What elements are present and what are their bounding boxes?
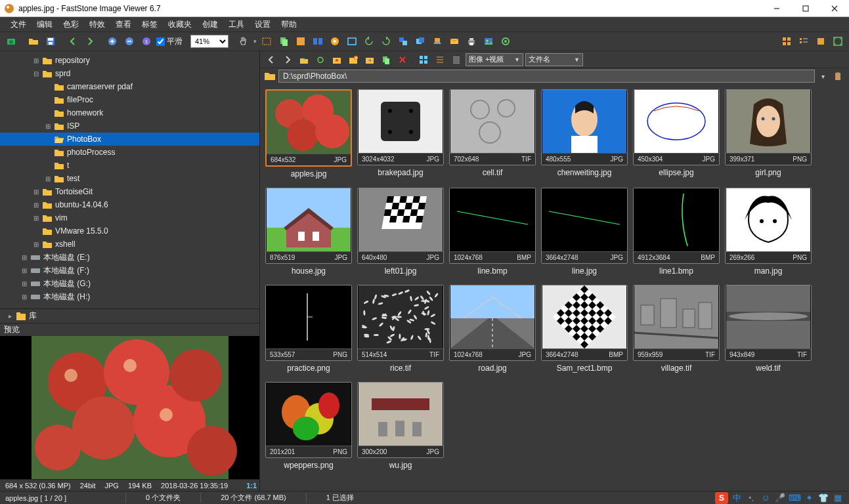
expand-icon[interactable]: ⊞ — [32, 201, 41, 209]
thumb-man-jpg[interactable]: 269x266PNGman.jpg — [725, 188, 812, 276]
zoom-actual-icon[interactable]: 1 — [139, 34, 154, 49]
tray-keyboard-icon[interactable]: ⌨ — [789, 492, 800, 504]
settings-icon[interactable] — [498, 34, 513, 49]
tree-item-xshell[interactable]: ⊞xshell — [0, 238, 259, 251]
sort-combo[interactable]: 文件名▼ — [525, 53, 583, 66]
menu-工具[interactable]: 工具 — [223, 18, 250, 32]
thumb-weld-tif[interactable]: 943x849TIFweld.tif — [725, 285, 812, 373]
clipboard-icon[interactable] — [831, 69, 845, 83]
view-mode2-icon[interactable] — [433, 52, 447, 67]
thumb-cell-tif[interactable]: 702x648TIFcell.tif — [449, 89, 536, 178]
slideshow-icon[interactable] — [328, 34, 342, 49]
select-rect-icon[interactable] — [259, 34, 274, 49]
filter-combo[interactable]: 图像 +视频▼ — [466, 53, 523, 66]
nav-back2-icon[interactable] — [264, 52, 278, 67]
thumb-brakepad-jpg[interactable]: 3024x4032JPGbrakepad.jpg — [357, 89, 444, 178]
resize-icon[interactable] — [396, 34, 410, 49]
view-fullscreen-icon[interactable] — [831, 34, 845, 49]
expand-icon[interactable]: ⊞ — [32, 215, 41, 222]
tree-item-t[interactable]: t — [0, 159, 259, 172]
nav-back-icon[interactable] — [66, 34, 80, 49]
thumb-house-jpg[interactable]: 876x519JPGhouse.jpg — [265, 188, 352, 276]
smooth-checkbox[interactable]: 平滑 — [156, 36, 183, 47]
thumb-girl-png[interactable]: 399x371PNGgirl.png — [725, 89, 812, 178]
preview-pane[interactable] — [0, 336, 259, 479]
thumb-apples-jpg[interactable]: 684x532JPGapples.jpg — [265, 89, 352, 178]
email-icon[interactable] — [447, 34, 462, 49]
tray-grid-icon[interactable]: ▦ — [832, 492, 844, 504]
copy-to-icon[interactable] — [379, 52, 393, 67]
thumb-practice-png[interactable]: 533x557PNGpractice.png — [265, 285, 352, 373]
expand-icon[interactable]: ⊞ — [20, 293, 29, 301]
thumb-village-tif[interactable]: 959x959TIFvillage.tif — [633, 285, 720, 373]
fav-folder-icon[interactable] — [330, 52, 344, 67]
menu-查看[interactable]: 查看 — [110, 18, 137, 32]
minimize-button[interactable] — [762, 0, 791, 17]
menu-编辑[interactable]: 编辑 — [32, 18, 58, 32]
tree-item-repository[interactable]: ⊞repository — [0, 54, 259, 67]
compare-icon[interactable] — [311, 34, 325, 49]
print-icon[interactable] — [464, 34, 479, 49]
thumb-wpeppers-png[interactable]: 201x201PNGwpeppers.png — [265, 382, 352, 470]
tree-item-PhotoBox[interactable]: PhotoBox — [0, 133, 259, 146]
view-single-icon[interactable] — [814, 34, 828, 49]
expand-icon[interactable]: ⊞ — [20, 267, 29, 274]
folder-tree[interactable]: ⊞repository⊟sprdcameraserver pdaffilePro… — [0, 51, 259, 308]
tree-item-VMware1550[interactable]: VMware 15.5.0 — [0, 224, 259, 238]
zoom-select[interactable]: 41% — [190, 35, 229, 48]
menu-色彩[interactable]: 色彩 — [58, 18, 84, 32]
tree-item-F[interactable]: ⊞本地磁盘 (F:) — [0, 264, 259, 277]
move-to-icon[interactable] — [362, 52, 377, 67]
tree-item-H[interactable]: ⊞本地磁盘 (H:) — [0, 290, 259, 303]
fullscreen-icon[interactable] — [345, 34, 359, 49]
tree-item-G[interactable]: ⊞本地磁盘 (G:) — [0, 277, 259, 290]
expand-icon[interactable]: ⊞ — [32, 241, 41, 248]
expand-icon[interactable]: ⊞ — [32, 188, 41, 196]
expand-icon[interactable]: ⊞ — [43, 123, 53, 130]
thumb-wu-jpg[interactable]: 300x200JPGwu.jpg — [357, 382, 444, 470]
open-folder-icon[interactable] — [26, 34, 41, 49]
ime-lang-icon[interactable]: 中 — [731, 492, 743, 504]
menu-设置[interactable]: 设置 — [250, 18, 276, 32]
thumb-left01-jpg[interactable]: 640x480JPGleft01.jpg — [357, 188, 444, 276]
tree-item-E[interactable]: ⊞本地磁盘 (E:) — [0, 251, 259, 264]
nav-fwd2-icon[interactable] — [280, 52, 295, 67]
tree-item-cameraserverpdaf[interactable]: cameraserver pdaf — [0, 80, 259, 93]
thumb-road-jpg[interactable]: 1024x768JPGroad.jpg — [449, 285, 536, 373]
clone-icon[interactable] — [413, 34, 427, 49]
path-dropdown-icon[interactable]: ▾ — [817, 73, 828, 80]
hand-icon[interactable] — [236, 34, 251, 49]
tree-item-sprd[interactable]: ⊟sprd — [0, 67, 259, 80]
menu-文件[interactable]: 文件 — [5, 18, 32, 32]
collapse-icon[interactable]: ⊟ — [32, 70, 41, 77]
zoom-out-icon[interactable] — [122, 34, 137, 49]
expand-icon[interactable]: ⊞ — [32, 57, 41, 64]
tree-item-fileProc[interactable]: fileProc — [0, 93, 259, 106]
expand-icon[interactable]: ⊞ — [43, 175, 53, 182]
view-details-icon[interactable] — [796, 34, 811, 49]
new-folder-icon[interactable]: ★ — [346, 52, 360, 67]
rotate-left-icon[interactable] — [362, 34, 376, 49]
menu-创建[interactable]: 创建 — [197, 18, 223, 32]
copy-icon[interactable] — [276, 34, 291, 49]
library-row[interactable]: ▸ 库 — [0, 308, 259, 323]
menu-特效[interactable]: 特效 — [84, 18, 110, 32]
tray-shirt-icon[interactable]: 👕 — [817, 492, 829, 504]
view-mode1-icon[interactable] — [416, 52, 431, 67]
thumb-line-bmp[interactable]: 1024x768BMPline.bmp — [449, 188, 536, 276]
rotate-right-icon[interactable] — [379, 34, 393, 49]
thumb-chenweiting-jpg[interactable]: 480x555JPGchenweiting.jpg — [541, 89, 628, 178]
expand-icon[interactable]: ⊞ — [20, 280, 29, 287]
save-icon[interactable] — [43, 34, 58, 49]
acquire-icon[interactable] — [4, 34, 18, 49]
tree-item-homework[interactable]: homework — [0, 106, 259, 119]
zoom-in-icon[interactable] — [105, 34, 120, 49]
tree-item-ISP[interactable]: ⊞ISP — [0, 119, 259, 133]
view-mode3-icon[interactable] — [449, 52, 464, 67]
thumb-rice-tif[interactable]: 514x514TIFrice.tif — [357, 285, 444, 373]
tree-item-ubuntu14046[interactable]: ⊞ubuntu-14.04.6 — [0, 198, 259, 211]
thumb-Sam_rect1-bmp[interactable]: 3664x2748BMPSam_rect1.bmp — [541, 285, 628, 373]
nav-forward-icon[interactable] — [83, 34, 97, 49]
tray-emoji-icon[interactable]: ☺ — [760, 492, 772, 504]
menu-收藏夹[interactable]: 收藏夹 — [163, 18, 197, 32]
